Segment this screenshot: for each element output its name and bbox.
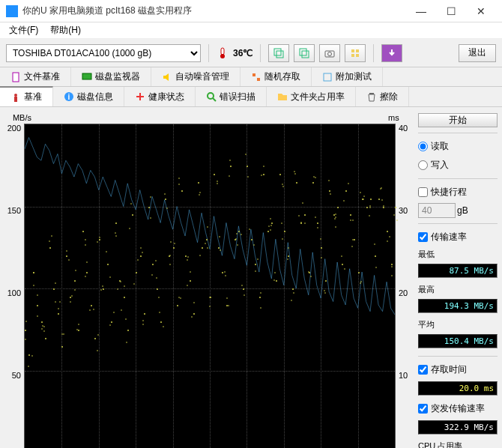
toolbar: TOSHIBA DT01ACA100 (1000 gB) 36℃ 退出 bbox=[0, 39, 502, 67]
screenshot-button[interactable] bbox=[319, 44, 340, 62]
svg-rect-9 bbox=[356, 49, 359, 52]
disk-select[interactable]: TOSHIBA DT01ACA100 (1000 gB) bbox=[6, 44, 201, 62]
extra-icon bbox=[322, 72, 333, 82]
copy-screenshot-button[interactable] bbox=[268, 44, 289, 62]
tab-acoustic-management[interactable]: 自动噪音管理 bbox=[151, 67, 241, 86]
svg-point-7 bbox=[328, 52, 332, 55]
svg-point-17 bbox=[14, 94, 17, 97]
svg-rect-11 bbox=[356, 54, 359, 57]
chart-container: MB/s 200 150 100 50 bbox=[3, 124, 411, 448]
options-button[interactable] bbox=[345, 44, 366, 62]
svg-rect-2 bbox=[274, 49, 281, 55]
svg-rect-10 bbox=[351, 54, 354, 57]
svg-text:i: i bbox=[68, 93, 70, 101]
y-axis-left: MB/s 200 150 100 50 bbox=[3, 124, 24, 448]
min-label: 最低 bbox=[418, 249, 498, 260]
bottom-tabs: 基准 i磁盘信息 健康状态 错误扫描 文件夹占用率 擦除 bbox=[0, 87, 502, 107]
write-radio[interactable]: 写入 bbox=[418, 159, 498, 172]
tab-health[interactable]: 健康状态 bbox=[124, 87, 196, 106]
y-right-unit: ms bbox=[388, 113, 399, 122]
svg-rect-4 bbox=[300, 49, 306, 55]
benchmark-icon bbox=[10, 92, 21, 103]
burst-rate-checkbox[interactable]: 突发传输速率 bbox=[418, 402, 498, 415]
access-value: 20.0 ms bbox=[418, 381, 498, 396]
tab-random-access[interactable]: 随机存取 bbox=[241, 67, 312, 86]
close-button[interactable]: ✕ bbox=[466, 1, 496, 22]
short-stroke-value: gB bbox=[418, 203, 498, 218]
minimize-button[interactable]: — bbox=[406, 1, 436, 22]
avg-value: 150.4 MB/s bbox=[418, 334, 498, 348]
speaker-icon bbox=[162, 72, 172, 82]
max-label: 最高 bbox=[418, 284, 498, 295]
y-axis-right: ms 40 30 20 10 bbox=[396, 124, 411, 448]
svg-rect-8 bbox=[351, 49, 354, 52]
svg-line-22 bbox=[213, 98, 216, 101]
short-stroke-checkbox[interactable]: 快捷行程 bbox=[418, 186, 498, 199]
file-icon bbox=[10, 72, 21, 82]
monitor-icon bbox=[82, 72, 92, 82]
content-area: MB/s 200 150 100 50 bbox=[0, 107, 502, 448]
tab-disk-monitor[interactable]: 磁盘监视器 bbox=[71, 67, 151, 86]
copy-info-button[interactable] bbox=[294, 44, 315, 62]
info-icon: i bbox=[64, 91, 74, 102]
short-stroke-input bbox=[418, 203, 456, 218]
folder-icon bbox=[277, 91, 288, 102]
tab-extra-tests[interactable]: 附加测试 bbox=[312, 67, 383, 86]
svg-rect-3 bbox=[276, 51, 283, 58]
temperature-value: 36℃ bbox=[233, 48, 252, 58]
random-icon bbox=[251, 72, 261, 82]
access-time-checkbox[interactable]: 存取时间 bbox=[418, 363, 498, 376]
svg-rect-0 bbox=[221, 48, 224, 55]
transfer-rate-checkbox[interactable]: 传输速率 bbox=[418, 231, 498, 243]
search-icon bbox=[206, 91, 217, 102]
min-value: 87.5 MB/s bbox=[418, 264, 498, 278]
start-button[interactable]: 开始 bbox=[418, 113, 498, 127]
app-icon bbox=[6, 5, 18, 17]
svg-point-21 bbox=[208, 93, 214, 99]
tab-folder-usage[interactable]: 文件夹占用率 bbox=[267, 87, 356, 106]
burst-value: 322.9 MB/s bbox=[418, 420, 498, 435]
tab-error-scan[interactable]: 错误扫描 bbox=[196, 87, 267, 106]
health-icon bbox=[135, 91, 145, 102]
top-tabs: 文件基准 磁盘监视器 自动噪音管理 随机存取 附加测试 bbox=[0, 67, 502, 87]
menubar: 文件(F) 帮助(H) bbox=[0, 22, 502, 39]
window-buttons: — ☐ ✕ bbox=[406, 1, 496, 22]
menu-file[interactable]: 文件(F) bbox=[3, 22, 44, 38]
titlebar: 你的U 家用电脑频道 pcIt168 磁盘实用程序 — ☐ ✕ bbox=[0, 0, 502, 22]
y-left-unit: MB/s bbox=[13, 113, 31, 122]
read-radio[interactable]: 读取 bbox=[418, 140, 498, 153]
tab-file-benchmark[interactable]: 文件基准 bbox=[0, 67, 71, 86]
svg-rect-12 bbox=[13, 73, 19, 82]
svg-point-1 bbox=[220, 54, 225, 58]
tab-benchmark[interactable]: 基准 bbox=[0, 86, 53, 106]
tab-erase[interactable]: 擦除 bbox=[356, 87, 409, 106]
tab-disk-info[interactable]: i磁盘信息 bbox=[53, 87, 124, 106]
svg-rect-14 bbox=[252, 73, 255, 76]
window-title: 你的U 家用电脑频道 pcIt168 磁盘实用程序 bbox=[22, 4, 406, 17]
chart-area: MB/s 200 150 100 50 bbox=[0, 107, 414, 448]
plot-canvas bbox=[24, 124, 396, 448]
thermometer-icon bbox=[217, 47, 229, 59]
svg-rect-23 bbox=[369, 93, 374, 94]
svg-rect-13 bbox=[82, 73, 91, 79]
side-panel: 开始 读取 写入 快捷行程 gB 传输速率 最低 87.5 MB/s 最高 19… bbox=[414, 107, 502, 448]
cpu-label: CPU 占用率 bbox=[418, 441, 498, 448]
svg-rect-18 bbox=[14, 97, 17, 102]
svg-rect-5 bbox=[302, 51, 309, 58]
max-value: 194.3 MB/s bbox=[418, 299, 498, 313]
maximize-button[interactable]: ☐ bbox=[436, 1, 466, 22]
trash-icon bbox=[366, 91, 377, 102]
avg-label: 平均 bbox=[418, 319, 498, 330]
exit-button[interactable]: 退出 bbox=[459, 44, 496, 62]
save-button[interactable] bbox=[381, 44, 402, 62]
menu-help[interactable]: 帮助(H) bbox=[44, 22, 87, 38]
svg-rect-16 bbox=[324, 73, 331, 81]
svg-rect-15 bbox=[257, 78, 260, 81]
